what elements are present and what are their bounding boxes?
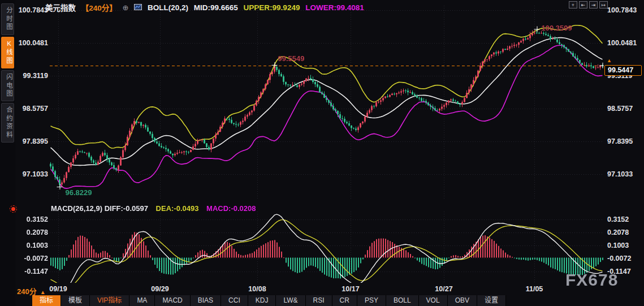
toolbar-item[interactable]: PSY xyxy=(357,295,386,306)
toolbar-item[interactable]: BOLL xyxy=(386,295,419,306)
toolbar-item[interactable]: RSI xyxy=(306,295,332,306)
watermark: FX678 xyxy=(565,270,618,290)
price-axis-label-right: 97.1033 xyxy=(607,170,633,179)
macd-axis-label-right: -0.0072 xyxy=(607,254,631,263)
macd-dea-value: DEA:-0.0493 xyxy=(156,204,199,213)
price-axis-label-right: 100.0481 xyxy=(607,38,637,48)
macd-diff-value: MACD(26,12,9) DIFF:-0.0597 xyxy=(51,204,148,213)
macd-axis-label-right: 0.1003 xyxy=(607,241,629,250)
price-axis-label-right: 100.7843 xyxy=(607,6,637,15)
macd-axis-label-right: 0.2078 xyxy=(607,228,629,237)
macd-axis-label-left: -0.1147 xyxy=(16,267,48,276)
toolbar-item[interactable]: LW& xyxy=(276,295,305,306)
toolbar-item[interactable]: VOL xyxy=(419,295,448,306)
macd-macd-value: MACD:-0.0208 xyxy=(206,204,256,213)
date-axis-label: 10/17 xyxy=(342,285,359,293)
last-price-arrow-icon: ▲ xyxy=(607,58,612,63)
price-axis-label-left: 100.7843 xyxy=(16,6,48,15)
price-chart-canvas[interactable] xyxy=(50,5,604,284)
toolbar-item[interactable]: BIAS xyxy=(191,295,221,306)
toolbar-item[interactable]: 指标 xyxy=(32,295,61,306)
left-sidebar: 分时图K线图闪电图合约资料 xyxy=(0,0,15,306)
price-axis-label-right: 97.8395 xyxy=(607,137,633,146)
macd-axis-label-right: 0.3152 xyxy=(607,215,629,224)
indicator-toolbar: 指标模板VIP指标MAMACDBIASCCIKDJLW&RSICRPSYBOLL… xyxy=(32,295,506,306)
toolbar-item[interactable]: OBV xyxy=(448,295,477,306)
toolbar-item[interactable]: VIP指标 xyxy=(90,295,129,306)
alarm-icon[interactable] xyxy=(11,207,15,211)
date-axis-label: 11/05 xyxy=(526,285,543,293)
toolbar-item[interactable]: MA xyxy=(129,295,155,306)
toolbar-item[interactable]: MACD xyxy=(155,295,190,306)
footer-period-label: 240分 xyxy=(17,287,37,296)
macd-axis-label-left: -0.0072 xyxy=(16,254,48,263)
price-axis-label-left: 98.5757 xyxy=(16,104,48,113)
footer-period-arrow-icon: ▲ xyxy=(40,289,46,295)
price-axis-label-left: 97.1033 xyxy=(16,170,48,179)
trading-app: 分时图K线图闪电图合约资料 美元指数 【240分】 ⊕ BOLL(20,2) M… xyxy=(0,0,644,306)
sidebar-tab[interactable]: 闪电图 xyxy=(1,70,14,102)
sidebar-tab[interactable]: K线图 xyxy=(1,37,14,68)
toolbar-item[interactable]: 模板 xyxy=(61,295,90,306)
date-axis-label: 10/27 xyxy=(435,285,452,293)
toolbar-item[interactable]: CR xyxy=(332,295,357,306)
price-axis-label-left: 99.3119 xyxy=(16,71,48,80)
sidebar-tab[interactable]: 合约资料 xyxy=(1,103,14,143)
last-price-tag: 99.5447 xyxy=(604,65,642,76)
macd-axis-label-left: 0.2078 xyxy=(16,228,48,237)
toolbar-item[interactable]: CCI xyxy=(221,295,248,306)
date-axis-label: 09/19 xyxy=(49,285,67,293)
date-axis-label: 09/29 xyxy=(151,285,168,293)
price-axis-label-right: 98.5757 xyxy=(607,104,633,113)
toolbar-item-settings[interactable]: 设置 xyxy=(477,295,506,306)
price-axis-label-left: 100.0481 xyxy=(16,38,48,48)
macd-header: MACD(26,12,9) DIFF:-0.0597 DEA:-0.0493 M… xyxy=(51,204,256,213)
date-axis-label: 10/08 xyxy=(248,285,266,293)
macd-axis-label-left: 0.3152 xyxy=(16,215,48,224)
price-axis-label-left: 97.8395 xyxy=(16,137,48,146)
sidebar-tab[interactable]: 分时图 xyxy=(1,3,14,35)
macd-axis-label-left: 0.1003 xyxy=(16,241,48,250)
toolbar-item[interactable]: KDJ xyxy=(248,295,276,306)
